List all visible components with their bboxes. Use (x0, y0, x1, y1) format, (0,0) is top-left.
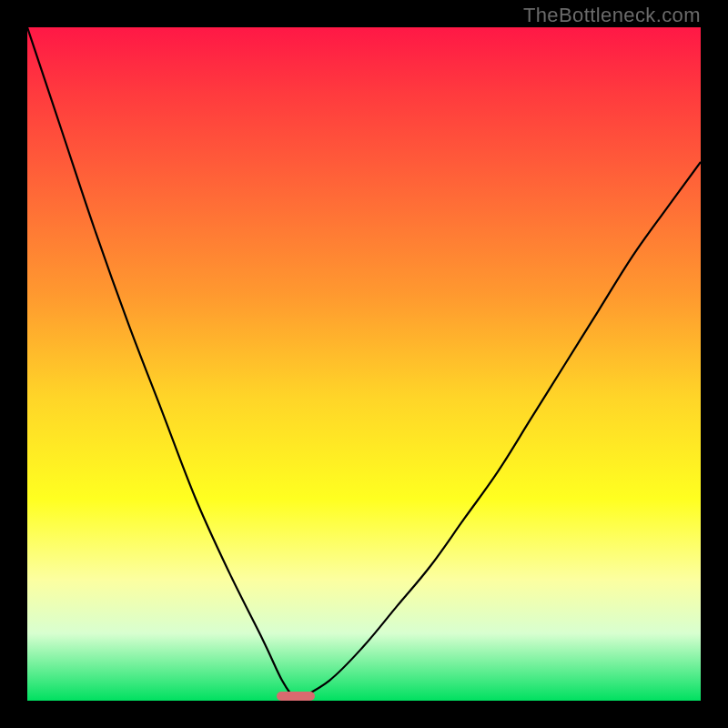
optimal-range-marker (277, 692, 315, 701)
curve-right-branch (296, 162, 701, 701)
plot-area (27, 27, 701, 701)
chart-frame: TheBottleneck.com (0, 0, 728, 728)
watermark-text: TheBottleneck.com (523, 4, 701, 27)
curve-left-branch (27, 27, 296, 701)
bottleneck-curve (27, 27, 701, 701)
